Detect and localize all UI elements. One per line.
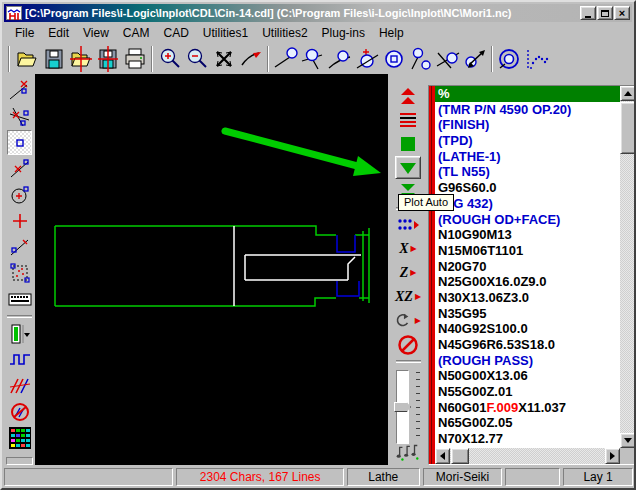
- scroll-up-button[interactable]: [620, 86, 636, 101]
- nc-line[interactable]: N65G00Z.05: [435, 415, 620, 431]
- cancel-plot-button[interactable]: [395, 333, 421, 356]
- nc-vertical-scrollbar[interactable]: [620, 86, 636, 448]
- nc-line[interactable]: (TL N55): [435, 164, 620, 180]
- keyboard-entry-button[interactable]: [7, 286, 32, 311]
- snap-arc-point-icon: [327, 47, 353, 71]
- line-endpoints-button[interactable]: [7, 234, 32, 259]
- plot-x-button[interactable]: X ▶: [395, 237, 421, 260]
- plot-forward-button[interactable]: [395, 156, 421, 179]
- pick-square-button[interactable]: [7, 130, 32, 155]
- snap-grid-point-icon: [381, 47, 407, 71]
- leftbar-bottom-panel: [6, 457, 33, 465]
- nc-line[interactable]: N20G70: [435, 259, 620, 275]
- color-select-button[interactable]: [7, 321, 32, 346]
- close-button[interactable]: ×: [614, 6, 630, 20]
- snap-nearest-button[interactable]: [434, 45, 461, 72]
- plot-xz-button[interactable]: XZ ▶: [395, 285, 421, 308]
- snap-intersection-button[interactable]: [299, 45, 326, 72]
- nc-line[interactable]: N35G95: [435, 306, 620, 322]
- stop-square-button[interactable]: [395, 132, 421, 155]
- open-plot-file-button[interactable]: [67, 45, 94, 72]
- zoom-out-icon: [185, 47, 209, 71]
- menu-help[interactable]: Help: [372, 24, 411, 42]
- menu-utilities2[interactable]: Utilities2: [255, 24, 314, 42]
- plot-points-button[interactable]: [523, 45, 550, 72]
- redraw-button[interactable]: [237, 45, 264, 72]
- nc-line[interactable]: N55G00Z.01: [435, 384, 620, 400]
- nc-line[interactable]: N25G00X16.0Z9.0: [435, 274, 620, 290]
- menu-view[interactable]: View: [76, 24, 116, 42]
- snap-point-on-entity-button[interactable]: [272, 45, 299, 72]
- nc-line[interactable]: N50G00X13.06: [435, 368, 620, 384]
- nc-line[interactable]: N45G96R6.53S18.0: [435, 337, 620, 353]
- drawing-canvas[interactable]: [35, 74, 388, 465]
- nc-segment: N50G00X13.06: [438, 368, 528, 383]
- menu-cad[interactable]: CAD: [157, 24, 196, 42]
- no-hatch-button[interactable]: [7, 399, 32, 424]
- nc-line[interactable]: N10G90M13: [435, 227, 620, 243]
- plot-z-button[interactable]: Z ▶: [395, 261, 421, 284]
- undo-plot-button[interactable]: ▶: [395, 309, 421, 332]
- nc-line[interactable]: N70X12.77: [435, 431, 620, 447]
- sound-toggle-button[interactable]: [395, 441, 421, 464]
- menu-cam[interactable]: CAM: [116, 24, 157, 42]
- linetype-button[interactable]: [7, 347, 32, 372]
- line-point-marker-button[interactable]: [7, 78, 32, 103]
- horizontal-scroll-thumb[interactable]: [451, 448, 469, 464]
- plot-speed-slider[interactable]: [393, 370, 423, 441]
- open-file-button[interactable]: [13, 45, 40, 72]
- nc-line[interactable]: (FINISH): [435, 117, 620, 133]
- snap-circle-center-button[interactable]: [353, 45, 380, 72]
- zoom-out-button[interactable]: [183, 45, 210, 72]
- circle-center-marker-button[interactable]: [7, 182, 32, 207]
- scroll-right-button[interactable]: [605, 448, 620, 464]
- hatch-lines-button[interactable]: [7, 373, 32, 398]
- scroll-down-button[interactable]: [620, 433, 636, 448]
- nc-lines[interactable]: %(TMR P/N 4590 OP.20)(FINISH)(TPD)(LATHE…: [435, 86, 620, 448]
- point-cross-button[interactable]: [7, 208, 32, 233]
- snap-move-point-button[interactable]: [461, 45, 488, 72]
- concentric-circles-button[interactable]: [496, 45, 523, 72]
- menu-file[interactable]: File: [8, 24, 41, 42]
- color-palette-icon: [8, 426, 32, 450]
- step-lines-button[interactable]: [395, 108, 421, 131]
- color-palette-button[interactable]: [7, 425, 32, 450]
- main-toolbar: [4, 43, 632, 74]
- nc-line[interactable]: (ROUGH PASS): [435, 353, 620, 369]
- minimize-button[interactable]: [580, 6, 596, 20]
- nc-line[interactable]: (LATHE-1): [435, 149, 620, 165]
- zoom-in-button[interactable]: [156, 45, 183, 72]
- save-plot-file-icon: [95, 46, 121, 72]
- snap-endpoint-button[interactable]: [407, 45, 434, 72]
- zoom-extents-button[interactable]: [210, 45, 237, 72]
- nc-line[interactable]: N30X13.06Z3.0: [435, 290, 620, 306]
- nc-line[interactable]: N15M06T1101: [435, 243, 620, 259]
- title-bar[interactable]: [C:\Program Files\i-Logic\Inplot\CDL\Cin…: [4, 4, 632, 22]
- save-file-button[interactable]: [40, 45, 67, 72]
- plot-dots-button[interactable]: [395, 213, 421, 236]
- window-select-button[interactable]: [7, 260, 32, 285]
- menu-edit[interactable]: Edit: [41, 24, 76, 42]
- snap-grid-point-button[interactable]: [380, 45, 407, 72]
- nc-line[interactable]: N40G92S100.0: [435, 321, 620, 337]
- vertical-scroll-thumb[interactable]: [620, 102, 636, 154]
- nc-line[interactable]: (MG 432): [435, 196, 620, 212]
- nc-line[interactable]: N60G01F.009X11.037: [435, 400, 620, 416]
- intersection-markers-button[interactable]: [7, 104, 32, 129]
- snap-arc-point-button[interactable]: [326, 45, 353, 72]
- menu-utilities1[interactable]: Utilities1: [196, 24, 255, 42]
- scroll-left-button[interactable]: [435, 448, 450, 464]
- nc-line[interactable]: G96S60.0: [435, 180, 620, 196]
- menu-plug-ins[interactable]: Plug-ins: [315, 24, 372, 42]
- nc-line[interactable]: (ROUGH OD+FACE): [435, 212, 620, 228]
- print-button[interactable]: [121, 45, 148, 72]
- nc-line[interactable]: %: [435, 86, 620, 102]
- nc-line[interactable]: (TPD): [435, 133, 620, 149]
- nc-horizontal-scrollbar[interactable]: [435, 448, 620, 464]
- line-cross-marker-icon: [9, 158, 31, 180]
- nc-line[interactable]: (TMR P/N 4590 OP.20): [435, 102, 620, 118]
- save-plot-file-button[interactable]: [94, 45, 121, 72]
- rewind-up-button[interactable]: [395, 84, 421, 107]
- line-cross-marker-button[interactable]: [7, 156, 32, 181]
- maximize-button[interactable]: [597, 6, 613, 20]
